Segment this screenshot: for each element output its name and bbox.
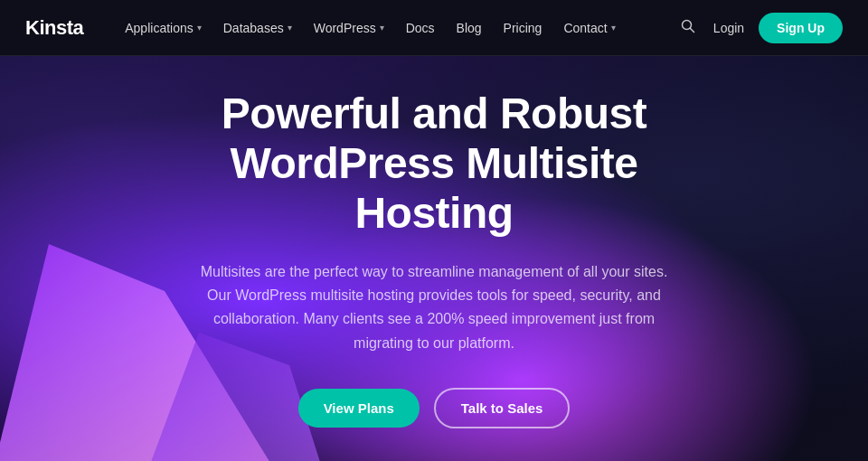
nav-item-contact[interactable]: Contact ▾ [554,15,624,41]
nav-item-databases[interactable]: Databases ▾ [214,15,301,41]
hero-section: Powerful and Robust WordPress Multisite … [0,56,868,461]
hero-buttons: View Plans Talk to Sales [163,388,705,428]
nav-label-contact: Contact [563,21,607,35]
hero-title: Powerful and Robust WordPress Multisite … [163,89,705,239]
nav-item-applications[interactable]: Applications ▾ [116,15,211,41]
chevron-down-icon: ▾ [197,23,202,33]
hero-content: Powerful and Robust WordPress Multisite … [127,89,741,428]
nav-label-pricing: Pricing [504,21,542,35]
view-plans-button[interactable]: View Plans [298,389,420,428]
chevron-down-icon: ▾ [380,23,384,33]
nav-item-blog[interactable]: Blog [448,15,491,41]
chevron-down-icon: ▾ [611,23,616,33]
nav-label-docs: Docs [406,21,435,35]
signup-button[interactable]: Sign Up [759,13,843,43]
logo-text: Kinsta [25,16,83,39]
login-button[interactable]: Login [713,21,744,35]
nav-label-databases: Databases [223,21,284,35]
logo[interactable]: Kinsta [25,16,83,40]
nav-item-wordpress[interactable]: WordPress ▾ [305,15,393,41]
nav-label-wordpress: WordPress [314,21,376,35]
search-icon[interactable] [677,15,699,41]
chevron-down-icon: ▾ [288,23,292,33]
nav-label-blog: Blog [457,21,482,35]
nav-links: Applications ▾ Databases ▾ WordPress ▾ D… [116,15,677,41]
talk-to-sales-button[interactable]: Talk to Sales [434,388,571,428]
svg-line-1 [690,28,693,32]
nav-label-applications: Applications [125,21,193,35]
nav-item-docs[interactable]: Docs [397,15,444,41]
nav-right: Login Sign Up [677,13,843,43]
nav-item-pricing[interactable]: Pricing [495,15,552,41]
main-nav: Kinsta Applications ▾ Databases ▾ WordPr… [0,0,868,56]
hero-subtitle: Multisites are the perfect way to stream… [199,260,669,356]
